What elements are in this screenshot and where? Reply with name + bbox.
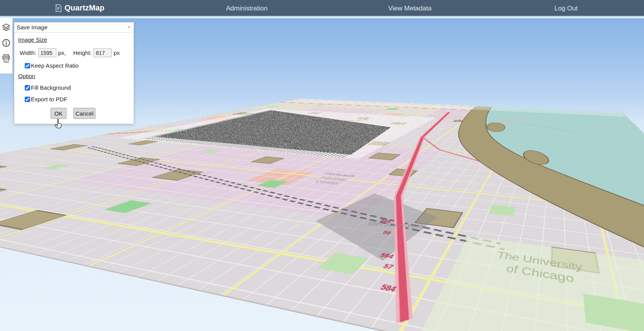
app-header: QuartzMap Administration View Metadata L… [0, 0, 644, 17]
document-icon [55, 4, 61, 12]
export-pdf-checkbox[interactable] [25, 97, 30, 102]
dialog-buttons: OK Cancel [51, 108, 134, 119]
keep-aspect-label: Keep Aspect Ratio [31, 62, 78, 69]
export-pdf-label: Export to PDF [31, 96, 67, 102]
option-heading: Option [18, 73, 134, 79]
height-label: Height: [73, 49, 92, 56]
map-toolbar [0, 18, 13, 73]
dialog-title: Save Image [17, 24, 48, 31]
height-unit: px [114, 49, 120, 56]
save-image-dialog: Save Image × Image Size Width: px, Heigh… [14, 22, 134, 124]
print-icon [2, 54, 11, 63]
brand-logo[interactable]: QuartzMap [55, 3, 104, 12]
nav-administration[interactable]: Administration [226, 5, 268, 12]
image-size-heading: Image Size [18, 36, 134, 43]
export-pdf-row: Export to PDF [25, 96, 134, 102]
width-label: Width: [20, 49, 36, 56]
brand-title: QuartzMap [65, 3, 104, 12]
nav-view-metadata[interactable]: View Metadata [388, 5, 432, 12]
close-icon[interactable]: × [127, 24, 131, 30]
fill-background-row: Fill Background [25, 84, 134, 91]
fill-background-label: Fill Background [31, 84, 71, 91]
layers-button[interactable] [2, 23, 11, 32]
height-input[interactable] [93, 48, 112, 57]
keep-aspect-checkbox[interactable] [25, 63, 30, 68]
fill-background-checkbox[interactable] [25, 85, 30, 90]
ok-button[interactable]: OK [51, 108, 66, 119]
cancel-button[interactable]: Cancel [73, 108, 95, 119]
layers-icon [2, 23, 10, 32]
dialog-title-bar: Save Image × [14, 22, 134, 32]
width-input[interactable] [38, 48, 56, 57]
info-icon [2, 39, 10, 47]
nav-log-out[interactable]: Log Out [554, 5, 578, 12]
size-row: Width: px, Height: px [20, 48, 134, 57]
info-button[interactable] [2, 38, 11, 48]
print-button[interactable] [2, 54, 11, 63]
width-unit: px, [58, 49, 66, 56]
map-ground-plane: Stockyards Industrial Corridor 55th Stre… [0, 99, 644, 331]
keep-aspect-row: Keep Aspect Ratio [25, 62, 134, 69]
